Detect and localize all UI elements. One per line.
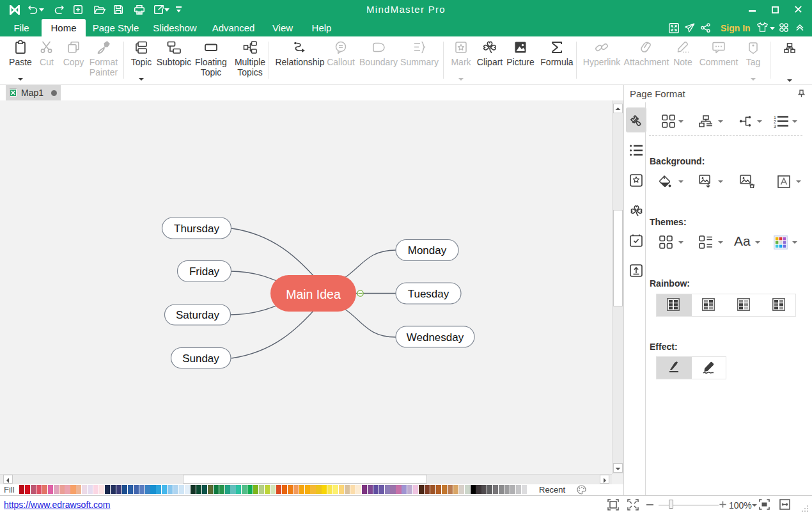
svg-text:Wednesday: Wednesday [407, 331, 464, 344]
svg-text:Saturday: Saturday [176, 309, 220, 321]
svg-text:1: 1 [774, 115, 776, 120]
svg-text:Monday: Monday [408, 244, 447, 257]
svg-text:3: 3 [774, 124, 776, 129]
svg-text:2: 2 [774, 120, 776, 124]
svg-text:Friday: Friday [189, 265, 220, 278]
svg-text:Main Idea: Main Idea [286, 287, 341, 301]
svg-text:Thursday: Thursday [174, 223, 219, 235]
svg-text:Tuesday: Tuesday [408, 288, 449, 300]
svg-text:Sunday: Sunday [182, 353, 219, 365]
